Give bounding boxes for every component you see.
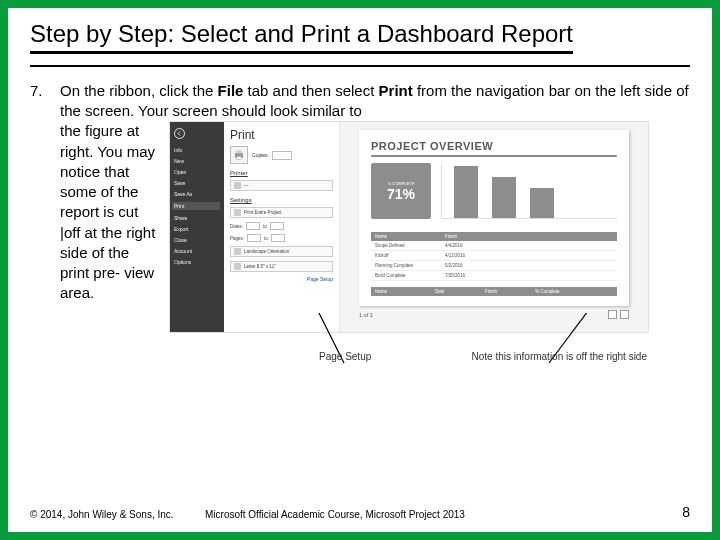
th-finish: Finish — [441, 232, 617, 241]
pct-box: % COMPLETE 71% — [371, 163, 431, 219]
page-setup-link[interactable]: Page Setup — [230, 276, 333, 282]
step-row: 7. On the ribbon, click the File tab and… — [30, 81, 690, 374]
figure: Info New Open Save Save As Print Share E… — [169, 121, 690, 373]
pages-label: Pages: — [230, 236, 244, 241]
t1: On the ribbon, click the — [60, 82, 218, 99]
overview-rule — [371, 155, 617, 157]
nav-save[interactable]: Save — [174, 180, 220, 186]
settings-label: Settings — [230, 197, 333, 203]
dates-to-lbl: to — [263, 224, 267, 229]
printer-label: Printer — [230, 170, 333, 176]
page-number: 8 — [682, 504, 690, 520]
copies-label: Copies: — [252, 152, 269, 158]
course-name: Microsoft Official Academic Course, Micr… — [205, 509, 465, 520]
page-title: Step by Step: Select and Print a Dashboa… — [30, 20, 573, 54]
nav-close[interactable]: Close — [174, 237, 220, 243]
nav-new[interactable]: New — [174, 158, 220, 164]
step-content: On the ribbon, click the File tab and th… — [60, 81, 690, 374]
milestone-table: Name Start Finish % Complete — [371, 287, 617, 296]
overview-table: Name Finish Scope Defined4/4/2016 Kickof… — [371, 232, 617, 281]
screenshot: Info New Open Save Save As Print Share E… — [169, 121, 649, 333]
table-row: Build Complete7/25/2016 — [371, 271, 617, 281]
back-icon[interactable] — [174, 128, 185, 139]
date-from[interactable] — [246, 222, 260, 230]
slide-frame: Step by Step: Select and Print a Dashboa… — [0, 0, 720, 540]
nav-print[interactable]: Print — [172, 202, 220, 210]
backstage-nav: Info New Open Save Save As Print Share E… — [170, 122, 224, 332]
printer-select[interactable]: — — [230, 180, 333, 191]
nav-export[interactable]: Export — [174, 226, 220, 232]
table-head: Name Finish — [371, 232, 617, 241]
th-name: Name — [371, 232, 441, 241]
copyright: © 2014, John Wiley & Sons, Inc. — [30, 509, 174, 520]
opt-scope-label: Print Entire Project — [244, 210, 282, 215]
svg-rect-1 — [237, 151, 242, 154]
bar-1 — [454, 166, 478, 218]
lower-row: the figure at right. You may notice that… — [60, 121, 690, 373]
copies-input[interactable] — [272, 151, 292, 160]
slide-footer: © 2014, John Wiley & Sons, Inc. Microsof… — [30, 504, 690, 520]
callout-right: Note this information is off the right s… — [472, 351, 647, 362]
opt-orient-label: Landscape Orientation — [244, 249, 289, 254]
doc-icon — [234, 209, 241, 216]
copies: Copies: — [252, 151, 292, 160]
pages-row: Pages: to — [230, 234, 333, 242]
slide-page: Step by Step: Select and Print a Dashboa… — [8, 8, 712, 532]
opt-paper[interactable]: Letter 8.5" x 11" — [230, 261, 333, 272]
preview-sheet: PROJECT OVERVIEW % COMPLETE 71% — [359, 130, 629, 306]
bar-2 — [492, 177, 516, 218]
nav-saveas[interactable]: Save As — [174, 191, 220, 197]
print-button-row: Copies: — [230, 146, 333, 164]
pages-to-lbl: to — [264, 236, 268, 241]
print-heading: Print — [230, 128, 333, 142]
title-rule — [30, 65, 690, 67]
bold-file: File — [218, 82, 244, 99]
paper-icon — [234, 263, 241, 270]
nav-options[interactable]: Options — [174, 259, 220, 265]
step-number: 7. — [30, 81, 60, 99]
table-row: Kickoff4/11/2016 — [371, 251, 617, 261]
dates-row: Dates: to — [230, 222, 333, 230]
t2: tab and then select — [243, 82, 378, 99]
table-row: Scope Defined4/4/2016 — [371, 241, 617, 251]
nav-account[interactable]: Account — [174, 248, 220, 254]
dates-label: Dates: — [230, 224, 243, 229]
opt-paper-label: Letter 8.5" x 11" — [244, 264, 276, 269]
step-text-top: On the ribbon, click the File tab and th… — [60, 81, 690, 122]
overview-top: % COMPLETE 71% — [371, 163, 617, 222]
bar-3 — [530, 188, 554, 218]
nav-info[interactable]: Info — [174, 147, 220, 153]
callout-left: Page Setup — [319, 351, 371, 362]
orient-icon — [234, 248, 241, 255]
pct-value: 71% — [387, 186, 415, 202]
print-button[interactable] — [230, 146, 248, 164]
print-column: Print Copies: — [224, 122, 340, 332]
mile-head: Name Start Finish % Complete — [371, 287, 617, 296]
step-text-side: the figure at right. You may notice that… — [60, 121, 165, 303]
page-to[interactable] — [271, 234, 285, 242]
opt-orient[interactable]: Landscape Orientation — [230, 246, 333, 257]
printer-icon-small — [234, 182, 241, 189]
nav-share[interactable]: Share — [174, 215, 220, 221]
svg-rect-2 — [237, 157, 242, 160]
printer-icon — [233, 149, 245, 161]
overview-title: PROJECT OVERVIEW — [371, 140, 617, 152]
bars-chart — [441, 163, 617, 219]
bold-print: Print — [379, 82, 413, 99]
nav-open[interactable]: Open — [174, 169, 220, 175]
print-preview: PROJECT OVERVIEW % COMPLETE 71% — [340, 122, 648, 332]
printer-name: — — [244, 183, 249, 188]
opt-scope[interactable]: Print Entire Project — [230, 207, 333, 218]
page-from[interactable] — [247, 234, 261, 242]
date-to[interactable] — [270, 222, 284, 230]
callouts: Page Setup Note this information is off … — [169, 333, 649, 373]
table-row: Planning Complete5/2/2016 — [371, 261, 617, 271]
